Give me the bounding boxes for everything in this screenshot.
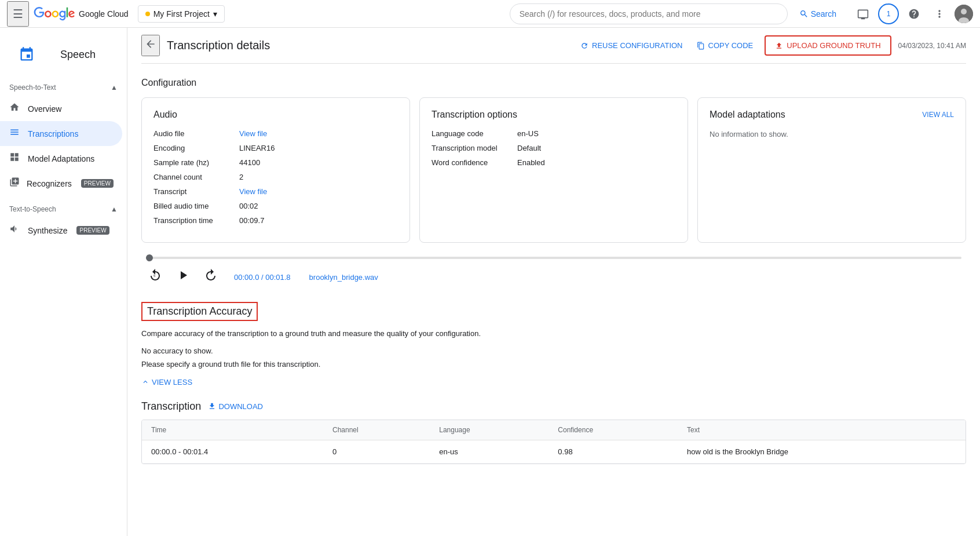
search-label: Search: [811, 9, 836, 19]
sidebar-item-transcriptions[interactable]: Transcriptions: [0, 121, 122, 146]
table-row: 00:00.0 - 00:01.4 0 en-us 0.98 how old i…: [142, 440, 966, 463]
search-icon: [799, 9, 809, 19]
copy-icon: [697, 42, 705, 50]
cell-text: how old is the Brooklyn Bridge: [678, 440, 966, 463]
chevron-down-icon: ▾: [213, 9, 217, 19]
download-button[interactable]: DOWNLOAD: [208, 402, 263, 411]
home-icon: [9, 102, 21, 115]
audio-card: Audio Audio file View file Encoding LINE…: [141, 97, 410, 243]
audio-progress-bar[interactable]: [146, 257, 961, 259]
view-less-button[interactable]: VIEW LESS: [141, 378, 192, 386]
rewind-button[interactable]: 5: [146, 266, 164, 288]
search-input[interactable]: [520, 9, 778, 19]
avatar-image: [955, 5, 973, 23]
recognizers-icon: [9, 177, 20, 190]
reuse-icon: [580, 42, 588, 50]
audio-file-link[interactable]: View file: [239, 129, 267, 138]
encoding-label: Encoding: [153, 144, 235, 152]
col-language: Language: [430, 420, 548, 440]
col-confidence: Confidence: [548, 420, 678, 440]
chevron-up-icon-view: [141, 378, 149, 386]
audio-filename: brooklyn_bridge.wav: [309, 273, 378, 282]
table-header-row: Time Channel Language Confidence Text: [142, 420, 966, 440]
main-content: Transcription details REUSE CONFIGURATIO…: [127, 28, 980, 492]
language-code-value: en-US: [517, 129, 539, 138]
notification-count: 1: [887, 10, 891, 18]
chevron-up-icon: ▲: [111, 83, 118, 92]
word-confidence-label: Word confidence: [432, 158, 513, 167]
audio-controls: 5 00:00.0 / 00:01.8 brooklyn_bridge.wav: [146, 266, 961, 288]
transcription-time-value: 00:09.7: [239, 216, 264, 225]
sidebar-item-synthesize[interactable]: Synthesize PREVIEW: [0, 218, 122, 243]
play-button[interactable]: [174, 266, 192, 288]
transcription-accuracy-title: Transcription Accuracy: [141, 302, 258, 321]
sidebar-section-tts-header[interactable]: Text-to-Speech ▲: [0, 200, 127, 218]
sidebar-item-synthesize-label: Synthesize: [28, 226, 67, 235]
accuracy-no-data: No accuracy to show.: [141, 347, 966, 355]
search-button[interactable]: Search: [792, 6, 843, 22]
billed-audio-label: Billed audio time: [153, 202, 235, 210]
more-vert-icon[interactable]: [929, 3, 950, 24]
transcriptions-icon: [9, 127, 21, 140]
sidebar-logo: Speech: [0, 32, 127, 76]
sidebar-item-overview[interactable]: Overview: [0, 96, 122, 121]
col-text: Text: [678, 420, 966, 440]
forward-button[interactable]: [202, 266, 220, 288]
reuse-configuration-button[interactable]: REUSE CONFIGURATION: [578, 37, 685, 54]
project-dot-icon: [145, 12, 150, 16]
transcription-accuracy-section: Transcription Accuracy Compare accuracy …: [141, 302, 966, 386]
synthesize-preview-badge: PREVIEW: [76, 226, 109, 235]
google-logo-svg: [34, 7, 75, 21]
transcription-table-title: Transcription: [141, 400, 201, 413]
view-all-link[interactable]: VIEW ALL: [922, 111, 954, 119]
sidebar-section-tts: Text-to-Speech ▲ Synthesize PREVIEW: [0, 198, 127, 245]
transcription-table-container: Time Channel Language Confidence Text 00…: [141, 420, 966, 464]
model-adaptations-card-title: Model adaptations VIEW ALL: [710, 110, 954, 120]
audio-card-title: Audio: [153, 110, 398, 120]
sidebar-item-model-adaptations-label: Model Adaptations: [28, 154, 94, 163]
encoding-row: Encoding LINEAR16: [153, 144, 398, 152]
sidebar-item-recognizers[interactable]: Recognizers PREVIEW: [0, 171, 122, 196]
reuse-configuration-label: REUSE CONFIGURATION: [592, 41, 683, 50]
configuration-section-title: Configuration: [141, 78, 966, 88]
help-icon[interactable]: [904, 3, 924, 24]
sidebar-item-model-adaptations[interactable]: Model Adaptations: [0, 146, 122, 171]
col-channel: Channel: [323, 420, 430, 440]
cell-confidence: 0.98: [548, 440, 678, 463]
channel-count-value: 2: [239, 173, 243, 181]
sidebar-section-stt-header[interactable]: Speech-to-Text ▲: [0, 79, 127, 96]
top-navigation: ☰ Google Cloud My First Project ▾ Search…: [0, 0, 980, 28]
audio-file-label: Audio file: [153, 129, 235, 138]
sidebar-section-stt: Speech-to-Text ▲ Overview Transcriptions…: [0, 76, 127, 198]
audio-progress-dot: [146, 254, 153, 261]
transcription-time-label: Transcription time: [153, 216, 235, 225]
language-code-label: Language code: [432, 129, 513, 138]
hamburger-menu-button[interactable]: ☰: [7, 1, 29, 27]
nav-icons: 1: [853, 3, 973, 24]
speech-logo-icon: [9, 39, 44, 70]
cell-channel: 0: [323, 440, 430, 463]
config-cards: Audio Audio file View file Encoding LINE…: [141, 97, 966, 243]
channel-count-row: Channel count 2: [153, 173, 398, 181]
table-head: Time Channel Language Confidence Text: [142, 420, 966, 440]
google-cloud-logo: Google Cloud: [34, 7, 129, 21]
project-name: My First Project: [153, 9, 210, 19]
sample-rate-row: Sample rate (hz) 44100: [153, 158, 398, 167]
sample-rate-label: Sample rate (hz): [153, 158, 235, 167]
project-selector[interactable]: My First Project ▾: [138, 5, 225, 23]
transcript-link[interactable]: View file: [239, 187, 267, 196]
screen-icon[interactable]: [853, 3, 873, 24]
copy-code-button[interactable]: COPY CODE: [694, 37, 756, 54]
upload-ground-truth-button[interactable]: UPLOAD GROUND TRUTH: [765, 35, 891, 56]
svg-text:5: 5: [153, 274, 156, 278]
user-avatar[interactable]: [955, 5, 973, 23]
back-button[interactable]: [141, 35, 160, 56]
table-body: 00:00.0 - 00:01.4 0 en-us 0.98 how old i…: [142, 440, 966, 463]
sidebar-item-overview-label: Overview: [28, 104, 61, 114]
col-time: Time: [142, 420, 323, 440]
notification-badge[interactable]: 1: [878, 3, 899, 24]
sidebar-section-stt-label: Speech-to-Text: [9, 83, 56, 92]
transcription-table-header: Transcription DOWNLOAD: [141, 400, 966, 413]
transcription-time-row: Transcription time 00:09.7: [153, 216, 398, 225]
cloud-logo-text: Google Cloud: [79, 9, 129, 19]
